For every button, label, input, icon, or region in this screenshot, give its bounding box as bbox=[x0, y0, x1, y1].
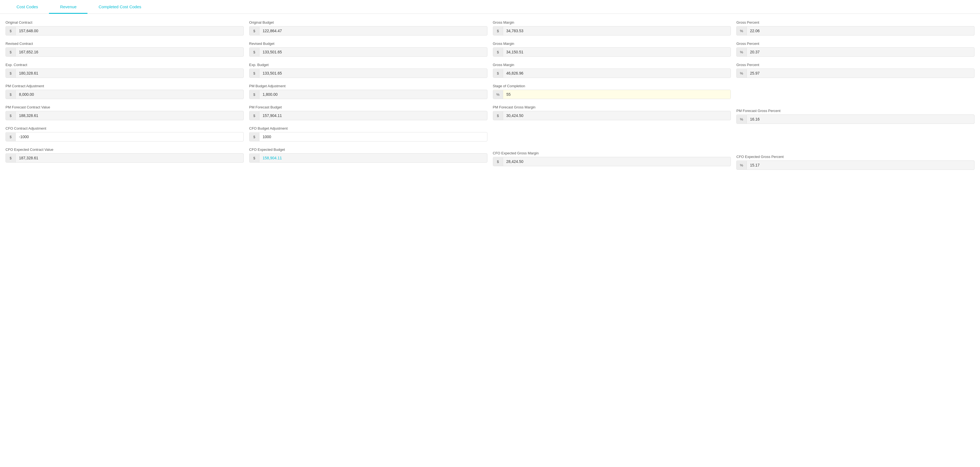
pm-forecast-budget-input: $157,904.11 bbox=[249, 111, 487, 120]
cfo-expected-contract-value-group: CFO Expected Contract Value$187,328.61 bbox=[5, 148, 244, 163]
original-budget-value: 122,864.47 bbox=[259, 26, 487, 35]
exp-contract-label: Exp. Contract bbox=[5, 63, 244, 67]
tab-cost-codes[interactable]: Cost Codes bbox=[5, 0, 49, 13]
gross-percent-1-input: %22.06 bbox=[736, 26, 975, 35]
original-budget-prefix: $ bbox=[250, 27, 259, 35]
pm-forecast-contract-value-value: 188,328.61 bbox=[16, 111, 243, 120]
gross-percent-1-group: Gross Percent%22.06 bbox=[736, 21, 975, 35]
original-contract-input: $157,648.00 bbox=[5, 26, 244, 35]
cfo-expected-gross-margin-input: $28,424.50 bbox=[493, 157, 731, 166]
original-budget-group: Original Budget$122,864.47 bbox=[249, 21, 487, 35]
cfo-expected-budget-input: $158,904.11 bbox=[249, 153, 487, 163]
original-budget-input: $122,864.47 bbox=[249, 26, 487, 35]
cfo-contract-adjustment-value: -1000 bbox=[16, 132, 243, 141]
gross-margin-3-prefix: $ bbox=[493, 69, 503, 78]
pm-forecast-gross-margin-value: 30,424.50 bbox=[503, 111, 731, 120]
gross-percent-2-value: 20.37 bbox=[747, 48, 974, 56]
cfo-budget-adjustment-group: CFO Budget Adjustment$1000 bbox=[249, 126, 487, 142]
gross-margin-2-label: Gross Margin bbox=[493, 41, 731, 46]
cfo-budget-adjustment-label: CFO Budget Adjustment bbox=[249, 126, 487, 131]
revised-budget-input: $133,501.65 bbox=[249, 47, 487, 57]
exp-budget-prefix: $ bbox=[250, 69, 259, 78]
pm-forecast-contract-value-input: $188,328.61 bbox=[5, 111, 244, 120]
stage-of-completion-input[interactable]: %55 bbox=[493, 90, 731, 99]
tab-revenue[interactable]: Revenue bbox=[49, 0, 88, 13]
cfo-expected-budget-prefix: $ bbox=[250, 154, 259, 163]
column-1: Original Contract$157,648.00Revised Cont… bbox=[5, 21, 244, 176]
cfo-expected-gross-margin-prefix: $ bbox=[493, 158, 503, 166]
exp-contract-value: 180,328.61 bbox=[16, 69, 243, 78]
cfo-expected-contract-value-input: $187,328.61 bbox=[5, 153, 244, 163]
gross-percent-2-prefix: % bbox=[737, 48, 747, 56]
gross-margin-3-label: Gross Margin bbox=[493, 63, 731, 67]
pm-forecast-gross-percent-value: 16.16 bbox=[747, 115, 974, 124]
pm-contract-adjustment-group: PM Contract Adjustment$8,000.00 bbox=[5, 84, 244, 99]
cfo-expected-gross-percent-prefix: % bbox=[737, 161, 747, 169]
revised-contract-group: Revised Contract$167,652.16 bbox=[5, 41, 244, 57]
cfo-expected-contract-value-label: CFO Expected Contract Value bbox=[5, 148, 244, 151]
pm-forecast-budget-label: PM Forecast Budget bbox=[249, 105, 487, 109]
gross-margin-1-value: 34,783.53 bbox=[503, 26, 731, 35]
cfo-expected-gross-margin-value: 28,424.50 bbox=[503, 157, 731, 166]
cfo-contract-adjustment-prefix: $ bbox=[6, 133, 16, 141]
pm-contract-adjustment-value: 8,000.00 bbox=[16, 90, 243, 99]
exp-contract-group: Exp. Contract$180,328.61 bbox=[5, 63, 244, 78]
cfo-expected-gross-percent-value: 15.17 bbox=[747, 161, 974, 169]
cfo-expected-gross-percent-label: CFO Expected Gross Percent bbox=[736, 155, 975, 159]
cfo-expected-budget-value: 158,904.11 bbox=[259, 153, 487, 163]
column-2: Original Budget$122,864.47Revised Budget… bbox=[249, 21, 487, 176]
pm-forecast-contract-value-prefix: $ bbox=[6, 112, 16, 120]
gross-percent-3-prefix: % bbox=[737, 69, 747, 78]
gross-percent-2-label: Gross Percent bbox=[736, 41, 975, 46]
original-budget-label: Original Budget bbox=[249, 21, 487, 24]
pm-forecast-gross-margin-label: PM Forecast Gross Margin bbox=[493, 105, 731, 109]
cfo-budget-adjustment-prefix: $ bbox=[250, 133, 259, 141]
gross-percent-1-value: 22.06 bbox=[747, 26, 974, 35]
cfo-expected-contract-value-prefix: $ bbox=[6, 154, 16, 163]
exp-budget-group: Exp. Budget$133,501.65 bbox=[249, 63, 487, 78]
stage-of-completion-prefix: % bbox=[493, 90, 503, 99]
pm-contract-adjustment-input: $8,000.00 bbox=[5, 90, 244, 99]
gross-margin-2-value: 34,150.51 bbox=[503, 48, 731, 56]
gross-margin-2-prefix: $ bbox=[493, 48, 503, 56]
tab-completed-cost-codes[interactable]: Completed Cost Codes bbox=[88, 0, 152, 13]
exp-budget-input: $133,501.65 bbox=[249, 69, 487, 78]
pm-forecast-budget-value: 157,904.11 bbox=[259, 111, 487, 120]
stage-of-completion-group: Stage of Completion%55 bbox=[493, 84, 731, 99]
gross-percent-3-label: Gross Percent bbox=[736, 63, 975, 67]
column-4: Gross Percent%22.06Gross Percent%20.37Gr… bbox=[736, 21, 975, 176]
nav-tabs: Cost CodesRevenueCompleted Cost Codes bbox=[0, 0, 980, 14]
stage-of-completion-value[interactable]: 55 bbox=[503, 90, 730, 99]
exp-budget-label: Exp. Budget bbox=[249, 63, 487, 67]
cfo-expected-gross-percent-group: CFO Expected Gross Percent%15.17 bbox=[736, 155, 975, 170]
original-contract-label: Original Contract bbox=[5, 21, 244, 24]
exp-contract-prefix: $ bbox=[6, 69, 16, 78]
pm-budget-adjustment-prefix: $ bbox=[250, 90, 259, 99]
gross-percent-2-input: %20.37 bbox=[736, 47, 975, 57]
cfo-expected-gross-margin-group: CFO Expected Gross Margin$28,424.50 bbox=[493, 151, 731, 166]
empty-col4-4-spacer bbox=[736, 84, 975, 103]
gross-percent-3-value: 25.97 bbox=[747, 69, 974, 78]
gross-percent-3-group: Gross Percent%25.97 bbox=[736, 63, 975, 78]
pm-forecast-budget-group: PM Forecast Budget$157,904.11 bbox=[249, 105, 487, 120]
pm-budget-adjustment-group: PM Budget Adjustment$1,800.00 bbox=[249, 84, 487, 99]
gross-margin-1-input: $34,783.53 bbox=[493, 26, 731, 35]
cfo-budget-adjustment-value: 1000 bbox=[259, 132, 487, 141]
cfo-budget-adjustment-input: $1000 bbox=[249, 132, 487, 142]
exp-budget-value: 133,501.65 bbox=[259, 69, 487, 78]
revised-budget-prefix: $ bbox=[250, 48, 259, 56]
revised-contract-label: Revised Contract bbox=[5, 41, 244, 46]
revised-contract-value: 167,652.16 bbox=[16, 48, 243, 56]
column-3: Gross Margin$34,783.53Gross Margin$34,15… bbox=[493, 21, 731, 176]
gross-percent-1-prefix: % bbox=[737, 27, 747, 35]
stage-of-completion-label: Stage of Completion bbox=[493, 84, 731, 88]
revised-contract-input: $167,652.16 bbox=[5, 47, 244, 57]
gross-margin-1-label: Gross Margin bbox=[493, 21, 731, 24]
pm-forecast-gross-percent-label: PM Forecast Gross Percent bbox=[736, 109, 975, 113]
revised-budget-group: Revised Budget$133,501.65 bbox=[249, 41, 487, 57]
pm-budget-adjustment-input: $1,800.00 bbox=[249, 90, 487, 99]
pm-forecast-gross-percent-group: PM Forecast Gross Percent%16.16 bbox=[736, 109, 975, 124]
cfo-contract-adjustment-input: $-1000 bbox=[5, 132, 244, 142]
fields-grid: Original Contract$157,648.00Revised Cont… bbox=[5, 21, 975, 176]
revised-contract-prefix: $ bbox=[6, 48, 16, 56]
